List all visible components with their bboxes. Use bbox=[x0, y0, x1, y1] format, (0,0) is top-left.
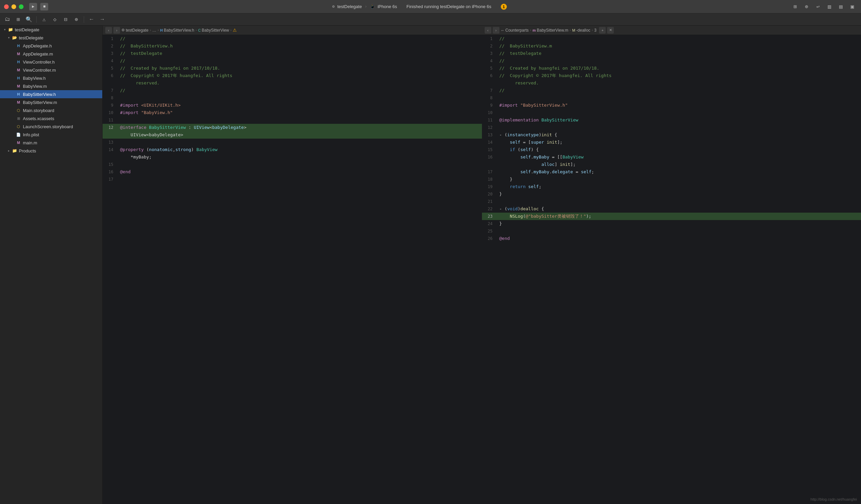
project-name[interactable]: testDelegate bbox=[337, 4, 362, 9]
sidebar-label-products: Products bbox=[19, 148, 36, 153]
code-line-l5: 5 // Created by huangfei on 2017/10/18. bbox=[102, 65, 482, 72]
sidebar-group-label: testDelegate bbox=[19, 35, 43, 40]
sidebar-item-products[interactable]: 📁 Products bbox=[0, 147, 102, 155]
code-line-l4: 4 // bbox=[102, 57, 482, 65]
storyboard-icon-2: ⬡ bbox=[15, 123, 22, 130]
breadcrumb-warning[interactable]: ⚠ bbox=[233, 28, 237, 33]
device-name[interactable]: iPhone 6s bbox=[378, 4, 397, 9]
folder-icon[interactable]: 🗂 bbox=[3, 15, 12, 24]
code-line-r21: 21 bbox=[482, 198, 861, 205]
sidebar-label-appdelegate-h: AppDelegate.h bbox=[23, 43, 52, 49]
grid2-icon[interactable]: ⊟ bbox=[61, 15, 70, 24]
breadcrumb-sep-4: › bbox=[230, 28, 231, 32]
main-content: 📁 testDelegate 📂 testDelegate H AppDeleg… bbox=[0, 26, 861, 504]
arrow-forward-icon[interactable]: → bbox=[97, 15, 107, 24]
h-icon-2: H bbox=[15, 59, 22, 65]
code-line-l14b: *myBaby; bbox=[102, 153, 482, 161]
disclosure-products bbox=[7, 149, 11, 153]
breadcrumb-filename[interactable]: H BabySitterView.h bbox=[160, 28, 194, 33]
m-icon-2: M bbox=[15, 67, 22, 73]
code-line-l11: 11 bbox=[102, 117, 482, 124]
right-breadcrumb-close[interactable]: ✕ bbox=[607, 27, 614, 33]
sidebar-item-assets[interactable]: ⊞ Assets.xcassets bbox=[0, 114, 102, 122]
title-right: ⊞ ⊕ ↩ ▥ ▤ ▣ bbox=[790, 2, 857, 11]
sidebar-item-appdelegate-h[interactable]: H AppDelegate.h bbox=[0, 42, 102, 50]
right-nav-back[interactable]: ‹ bbox=[484, 27, 491, 33]
arrow-back-icon[interactable]: ← bbox=[87, 15, 96, 24]
breadcrumb-sep-2: › bbox=[158, 28, 159, 32]
sidebar-item-testDelegate-group[interactable]: 📂 testDelegate bbox=[0, 33, 102, 42]
layout-icon[interactable]: ▥ bbox=[825, 2, 834, 11]
left-pane-wrapper: ‹ › ⚙ testDelegate › … › H BabySitterVie… bbox=[102, 26, 482, 504]
right-nav-forward[interactable]: › bbox=[493, 27, 500, 33]
sidebar-label-viewcontroller-h: ViewController.h bbox=[23, 59, 54, 65]
search-toolbar-icon[interactable]: 🔍 bbox=[24, 15, 33, 24]
title-center: ⚙ testDelegate › 📱 iPhone 6s Finished ru… bbox=[51, 4, 788, 10]
layout3-icon[interactable]: ▣ bbox=[848, 2, 857, 11]
diamond-icon[interactable]: ◇ bbox=[50, 15, 59, 24]
play-button[interactable]: ▶ bbox=[29, 3, 37, 11]
sidebar-item-main-m[interactable]: M main.m bbox=[0, 139, 102, 147]
left-nav-forward[interactable]: › bbox=[113, 27, 120, 33]
split-view-icon[interactable]: ⊞ bbox=[790, 2, 800, 11]
toolbar-separator-1 bbox=[36, 16, 37, 23]
code-line-l6b: reserved. bbox=[102, 79, 482, 87]
right-breadcrumb-counterparts[interactable]: ↔ Counterparts bbox=[501, 28, 529, 33]
sidebar-item-launchscreen[interactable]: ⬡ LaunchScreen.storyboard bbox=[0, 122, 102, 131]
sidebar-label-babysitterview-m: BabySitterView.m bbox=[23, 100, 57, 105]
code-line-l6a: 6 // Copyright © 2017年 huangfei. All rig… bbox=[102, 72, 482, 79]
close-button[interactable] bbox=[4, 4, 9, 9]
warning-toolbar-icon[interactable]: ⚠ bbox=[39, 15, 49, 24]
left-editor-pane[interactable]: 1 // 2 // BabySitterView.h 3 // testDele… bbox=[102, 35, 482, 504]
sidebar-item-appdelegate-m[interactable]: M AppDelegate.m bbox=[0, 50, 102, 58]
sidebar-item-main-storyboard[interactable]: ⬡ Main.storyboard bbox=[0, 106, 102, 114]
code-line-l1: 1 // bbox=[102, 35, 482, 42]
link2-icon[interactable]: ⊕ bbox=[72, 15, 81, 24]
sidebar-item-babysitterview-m[interactable]: M BabySitterView.m bbox=[0, 98, 102, 106]
sidebar-label-appdelegate-m: AppDelegate.m bbox=[23, 52, 53, 56]
m-icon-3: M bbox=[15, 83, 22, 89]
link-icon[interactable]: ⊕ bbox=[802, 2, 811, 11]
breadcrumb-project[interactable]: ⚙ testDelegate bbox=[121, 28, 148, 33]
code-line-r23: 23 NSLog(@"babySitter类被销毁了！"); bbox=[482, 213, 861, 220]
editor-area: ‹ › ⚙ testDelegate › … › H BabySitterVie… bbox=[102, 26, 861, 504]
warning-badge[interactable]: 1 bbox=[501, 4, 507, 10]
layout2-icon[interactable]: ▤ bbox=[836, 2, 846, 11]
storyboard-icon-1: ⬡ bbox=[15, 107, 22, 113]
sidebar-item-viewcontroller-h[interactable]: H ViewController.h bbox=[0, 58, 102, 66]
sidebar-item-babyview-m[interactable]: M BabyView.m bbox=[0, 82, 102, 90]
grid-icon[interactable]: ⊞ bbox=[13, 15, 23, 24]
code-line-r6b: reserved. bbox=[482, 79, 861, 87]
sidebar-item-root[interactable]: 📁 testDelegate bbox=[0, 26, 102, 33]
sidebar-item-babyview-h[interactable]: H BabyView.h bbox=[0, 74, 102, 82]
code-line-r2: 2 // BabySitterView.m bbox=[482, 42, 861, 50]
right-breadcrumb-method[interactable]: M -dealloc bbox=[572, 28, 590, 33]
left-nav-back[interactable]: ‹ bbox=[105, 27, 112, 33]
sidebar-item-viewcontroller-m[interactable]: M ViewController.m bbox=[0, 66, 102, 74]
code-line-l8: 8 bbox=[102, 94, 482, 101]
stop-button[interactable]: ■ bbox=[40, 3, 49, 11]
code-line-l16: 16 @end bbox=[102, 168, 482, 176]
code-line-r7: 7 // bbox=[482, 87, 861, 94]
sidebar: 📁 testDelegate 📂 testDelegate H AppDeleg… bbox=[0, 26, 102, 504]
back-icon[interactable]: ↩ bbox=[813, 2, 823, 11]
sidebar-item-info-plist[interactable]: 📄 Info.plist bbox=[0, 131, 102, 139]
code-line-r25: 25 bbox=[482, 228, 861, 235]
sidebar-item-babysitterview-h[interactable]: H BabySitterView.h bbox=[0, 90, 102, 98]
right-sep-3: › bbox=[592, 28, 592, 32]
right-breadcrumb-add[interactable]: + bbox=[599, 27, 606, 33]
watermark: http://blog.csdn.net/huangfei bbox=[810, 497, 857, 501]
disclosure-group bbox=[7, 36, 11, 40]
zoom-button[interactable] bbox=[19, 4, 24, 9]
code-line-r4: 4 // bbox=[482, 57, 861, 65]
sidebar-label-launchscreen: LaunchScreen.storyboard bbox=[23, 124, 73, 129]
breadcrumb-ellipsis[interactable]: … bbox=[152, 28, 156, 33]
code-line-r8: 8 bbox=[482, 94, 861, 101]
right-breadcrumb-file[interactable]: m BabySitterView.m bbox=[532, 28, 569, 33]
h-icon-3: H bbox=[15, 75, 22, 81]
breadcrumb-class[interactable]: C BabySitterView bbox=[198, 28, 229, 33]
right-editor-pane[interactable]: 1 // 2 // BabySitterView.m 3 // testDele… bbox=[482, 35, 861, 504]
h-icon-1: H bbox=[15, 43, 22, 49]
minimize-button[interactable] bbox=[11, 4, 16, 9]
sidebar-root-label: testDelegate bbox=[15, 27, 39, 32]
